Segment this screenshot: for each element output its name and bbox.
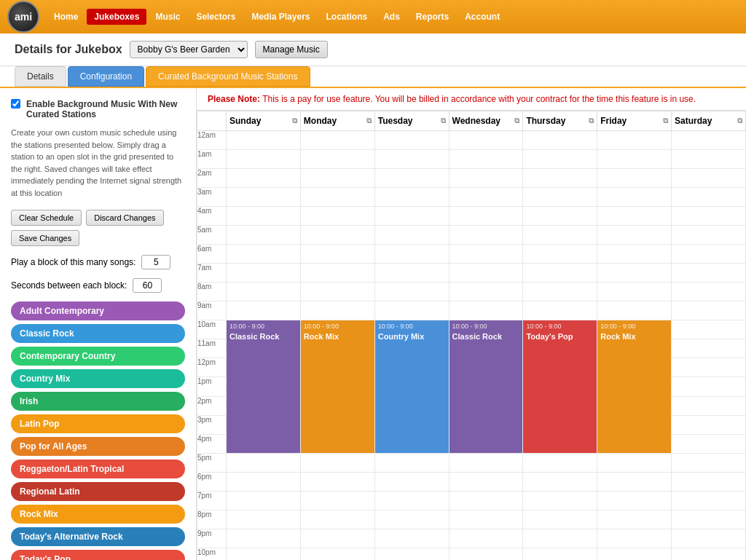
calendar-cell[interactable] (449, 226, 523, 245)
tab-details[interactable]: Details (15, 66, 66, 87)
nav-account[interactable]: Account (458, 9, 507, 25)
calendar-cell[interactable] (300, 169, 374, 188)
station-reggaeton[interactable]: Reggaeton/Latin Tropical (11, 460, 185, 478)
calendar-cell[interactable] (449, 548, 523, 561)
calendar-cell[interactable] (672, 492, 746, 510)
schedule-block-classic-rock[interactable]: 10:00 - 9:00Classic Rock (449, 320, 523, 453)
calendar-cell[interactable] (227, 131, 301, 150)
calendar-cell[interactable] (300, 510, 374, 529)
calendar-cell[interactable] (300, 492, 374, 510)
calendar-cell[interactable] (672, 396, 746, 415)
calendar-cell[interactable] (374, 188, 449, 207)
calendar-cell[interactable] (227, 264, 301, 283)
calendar-cell[interactable] (523, 131, 597, 150)
calendar-cell[interactable] (227, 473, 301, 492)
calendar-cell[interactable] (227, 454, 301, 473)
schedule-block-rock-mix[interactable]: 10:00 - 9:00Rock Mix (597, 320, 671, 453)
nav-jukeboxes[interactable]: Jukeboxes (87, 9, 146, 25)
calendar-cell[interactable] (523, 283, 597, 301)
station-irish[interactable]: Irish (11, 392, 185, 411)
calendar-cell[interactable] (227, 492, 301, 510)
copy-friday-icon[interactable]: ⧉ (663, 117, 668, 125)
calendar-cell[interactable] (523, 529, 597, 548)
nav-music[interactable]: Music (148, 9, 187, 25)
nav-reports[interactable]: Reports (409, 9, 456, 25)
calendar-cell[interactable] (227, 283, 301, 301)
station-regional-latin[interactable]: Regional Latin (11, 482, 185, 501)
calendar-cell[interactable] (449, 529, 523, 548)
station-adult-contemporary[interactable]: Adult Contemporary (11, 301, 185, 320)
calendar-cell[interactable] (449, 169, 523, 188)
save-changes-button[interactable]: Save Changes (11, 230, 79, 246)
calendar-cell[interactable] (300, 301, 374, 320)
copy-wednesday-icon[interactable]: ⧉ (514, 117, 519, 125)
calendar-cell[interactable] (672, 548, 746, 561)
copy-thursday-icon[interactable]: ⧉ (589, 117, 594, 125)
enable-background-checkbox[interactable] (11, 99, 20, 109)
calendar-cell[interactable] (449, 492, 523, 510)
station-pop-all-ages[interactable]: Pop for All Ages (11, 437, 185, 456)
schedule-block-country-mix[interactable]: 10:00 - 9:00Country Mix (375, 320, 449, 453)
calendar-cell[interactable] (300, 207, 374, 226)
station-todays-pop[interactable]: Today's Pop (11, 550, 185, 560)
calendar-cell[interactable] (523, 492, 597, 510)
calendar-cell[interactable] (374, 492, 449, 510)
calendar-cell[interactable] (597, 207, 672, 226)
clear-schedule-button[interactable]: Clear Schedule (11, 210, 82, 226)
calendar-cell[interactable] (374, 301, 449, 320)
schedule-block-rock-mix[interactable]: 10:00 - 9:00Rock Mix (301, 320, 374, 453)
calendar-cell[interactable] (523, 169, 597, 188)
calendar-cell[interactable] (374, 264, 449, 283)
calendar-cell[interactable] (597, 510, 672, 529)
calendar-cell[interactable] (449, 245, 523, 264)
nav-selectors[interactable]: Selectors (189, 9, 243, 25)
calendar-cell[interactable] (597, 150, 672, 169)
calendar-cell[interactable] (449, 454, 523, 473)
calendar-cell[interactable] (597, 283, 672, 301)
station-contemporary-country[interactable]: Contemporary Country (11, 347, 185, 366)
copy-monday-icon[interactable]: ⧉ (366, 117, 372, 125)
calendar-cell[interactable] (374, 529, 449, 548)
calendar-cell[interactable] (672, 454, 746, 473)
calendar-cell[interactable] (449, 473, 523, 492)
station-todays-alternative[interactable]: Today's Alternative Rock (11, 527, 185, 546)
calendar-cell[interactable] (374, 245, 449, 264)
calendar-cell[interactable] (449, 264, 523, 283)
calendar-cell[interactable] (449, 150, 523, 169)
calendar-cell[interactable] (300, 473, 374, 492)
nav-media-players[interactable]: Media Players (244, 9, 317, 25)
calendar-cell[interactable] (523, 207, 597, 226)
manage-music-button[interactable]: Manage Music (255, 41, 328, 58)
calendar-cell[interactable] (597, 492, 672, 510)
calendar-cell[interactable] (523, 264, 597, 283)
calendar-cell[interactable] (300, 548, 374, 561)
station-country-mix[interactable]: Country Mix (11, 369, 185, 388)
calendar-cell[interactable] (672, 131, 746, 150)
calendar-cell[interactable] (227, 169, 301, 188)
calendar-cell[interactable] (523, 454, 597, 473)
nav-ads[interactable]: Ads (376, 9, 407, 25)
nav-home[interactable]: Home (47, 9, 85, 25)
calendar-cell[interactable] (672, 169, 746, 188)
calendar-cell[interactable] (374, 226, 449, 245)
calendar-cell[interactable] (672, 529, 746, 548)
calendar-cell[interactable] (597, 226, 672, 245)
schedule-block-today's-pop[interactable]: 10:00 - 9:00Today's Pop (523, 320, 597, 453)
calendar-cell[interactable] (523, 510, 597, 529)
calendar-cell[interactable] (523, 150, 597, 169)
calendar-cell[interactable] (672, 358, 746, 377)
calendar-cell[interactable] (227, 529, 301, 548)
copy-sunday-icon[interactable]: ⧉ (292, 117, 297, 125)
calendar-cell[interactable] (523, 473, 597, 492)
calendar-cell[interactable] (449, 301, 523, 320)
calendar-cell[interactable] (672, 301, 746, 320)
calendar-cell[interactable] (672, 415, 746, 434)
calendar-cell[interactable]: 10:00 - 9:00Classic Rock (227, 320, 301, 454)
calendar-cell[interactable] (597, 548, 672, 561)
seconds-input[interactable] (133, 278, 162, 293)
calendar-cell[interactable] (227, 188, 301, 207)
calendar-cell[interactable] (449, 131, 523, 150)
calendar-cell[interactable]: 10:00 - 9:00Today's Pop (523, 320, 597, 454)
jukebox-selector[interactable]: Bobby G's Beer Garden (130, 41, 248, 58)
calendar-cell[interactable] (300, 283, 374, 301)
